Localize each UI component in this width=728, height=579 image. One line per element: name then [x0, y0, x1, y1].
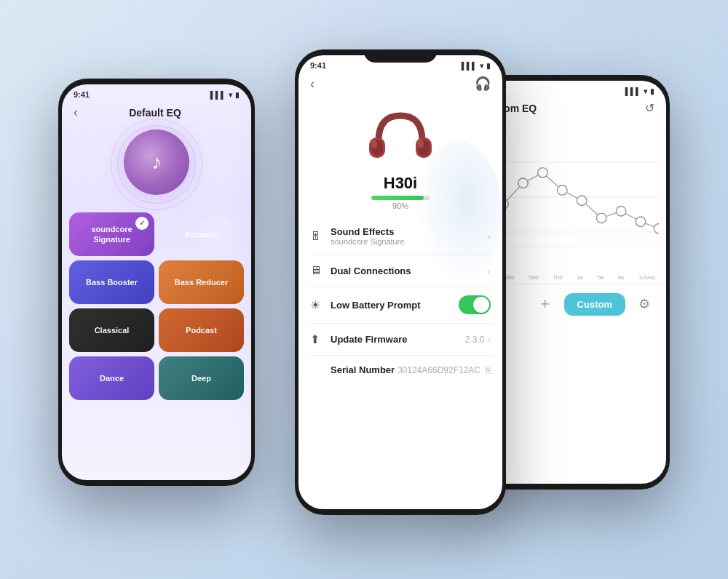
- copy-icon[interactable]: ⎘: [486, 365, 491, 375]
- center-battery-icon: ▮: [486, 62, 491, 70]
- firmware-title: Update Firmware: [331, 334, 465, 345]
- firmware-icon: ⬆: [310, 332, 331, 346]
- eq-label-podcast: Podcast: [186, 325, 217, 335]
- low-battery-title: Low Battery Prompt: [331, 300, 459, 311]
- headphones-nav-icon: 🎧: [475, 76, 491, 92]
- firmware-content: Update Firmware: [331, 334, 465, 345]
- svg-point-17: [616, 207, 625, 216]
- eq-label-soundcore: soundcoreSignature: [91, 224, 132, 245]
- settings-button[interactable]: ⚙: [631, 291, 657, 317]
- freq-12khz: 12kHz: [638, 274, 655, 281]
- right-battery-icon: ▮: [650, 87, 654, 95]
- eq-card-bass-reducer[interactable]: Bass Reducer: [159, 260, 244, 304]
- music-orb: ♪: [124, 129, 189, 195]
- menu-item-serial: Serial Number 30124A66D92F12AC ⎘: [307, 356, 494, 384]
- eq-card-dance[interactable]: Dance: [69, 356, 154, 400]
- left-phone: 9:41 ▌▌▌ ▾ ▮ ‹ Default EQ ♪: [58, 79, 255, 486]
- eq-card-bass-booster[interactable]: Bass Booster: [69, 260, 154, 304]
- phones-container: 9:41 ▌▌▌ ▾ ▮ ‹ Default EQ ♪: [36, 20, 692, 559]
- freq-700: 700: [553, 274, 562, 281]
- low-battery-icon: ☀: [310, 298, 331, 312]
- wifi-icon: ▾: [229, 91, 232, 99]
- low-battery-content: Low Battery Prompt: [331, 300, 459, 311]
- svg-point-15: [577, 196, 587, 205]
- svg-point-5: [371, 140, 377, 148]
- signal-icon: ▌▌▌: [210, 91, 226, 99]
- menu-item-firmware[interactable]: ⬆ Update Firmware 2.3.0 ›: [307, 324, 494, 356]
- battery-icon: ▮: [235, 91, 240, 99]
- menu-item-low-battery[interactable]: ☀ Low Battery Prompt: [307, 287, 494, 324]
- low-battery-toggle[interactable]: [459, 295, 491, 314]
- eq-grid: soundcoreSignature Acoustic Bass Booster…: [62, 208, 251, 404]
- right-status-icons: ▌▌▌ ▾ ▮: [625, 87, 654, 95]
- svg-point-18: [636, 217, 645, 226]
- center-back-button[interactable]: ‹: [310, 76, 314, 92]
- serial-title: Serial Number: [331, 364, 397, 375]
- sound-effects-icon: 🎚: [310, 230, 331, 243]
- music-note-icon: ♪: [151, 151, 162, 174]
- left-status-bar: 9:41 ▌▌▌ ▾ ▮: [62, 84, 251, 102]
- freq-300: 300: [505, 274, 514, 281]
- refresh-button[interactable]: ↺: [645, 101, 654, 115]
- firmware-chevron: ›: [487, 334, 491, 346]
- eq-label-bass-booster: Bass Booster: [86, 277, 138, 287]
- eq-label-bass-reducer: Bass Reducer: [175, 277, 228, 287]
- eq-card-podcast[interactable]: Podcast: [159, 308, 244, 352]
- left-screen: 9:41 ▌▌▌ ▾ ▮ ‹ Default EQ ♪: [62, 84, 251, 480]
- freq-1k: 1k: [577, 274, 583, 281]
- svg-point-4: [418, 140, 424, 148]
- eq-label-dance: Dance: [100, 373, 124, 383]
- center-wifi-icon: ▾: [480, 62, 483, 70]
- eq-card-classical[interactable]: Classical: [69, 308, 154, 352]
- svg-point-19: [654, 224, 659, 233]
- firmware-right: 2.3.0 ›: [465, 334, 491, 346]
- eq-label-classical: Classical: [95, 325, 130, 335]
- svg-point-14: [558, 185, 567, 195]
- eq-card-soundcore[interactable]: soundcoreSignature: [69, 212, 154, 256]
- battery-percent: 90%: [392, 201, 408, 210]
- freq-500: 500: [529, 274, 538, 281]
- center-status-icons: ▌▌▌ ▾ ▮: [462, 62, 491, 70]
- device-name: H30i: [384, 174, 417, 192]
- svg-point-12: [518, 178, 528, 188]
- freq-8k: 8k: [618, 274, 624, 281]
- add-button[interactable]: +: [532, 291, 558, 317]
- eq-card-acoustic[interactable]: Acoustic: [159, 212, 244, 256]
- center-header: ‹ 🎧: [298, 73, 502, 97]
- dual-connections-icon: 🖥: [310, 264, 331, 277]
- center-signal-icon: ▌▌▌: [462, 62, 477, 70]
- left-status-icons: ▌▌▌ ▾ ▮: [210, 91, 240, 99]
- low-battery-right: [459, 295, 491, 314]
- center-time: 9:41: [310, 61, 326, 70]
- left-title: Default EQ: [85, 107, 225, 119]
- toggle-knob: [473, 297, 489, 313]
- eq-label-acoustic: Acoustic: [184, 229, 218, 239]
- serial-right: 30124A66D92F12AC ⎘: [397, 365, 491, 375]
- firmware-version: 2.3.0: [465, 335, 485, 345]
- right-signal-icon: ▌▌▌: [625, 87, 641, 95]
- serial-content: Serial Number: [331, 364, 397, 375]
- right-wifi-icon: ▾: [644, 87, 647, 95]
- back-button[interactable]: ‹: [74, 105, 78, 120]
- headphone-image-area: [298, 97, 502, 174]
- freq-5k: 5k: [598, 274, 604, 281]
- custom-button[interactable]: Custom: [564, 293, 625, 316]
- eq-card-deep[interactable]: Deep: [159, 356, 244, 400]
- center-screen: 9:41 ▌▌▌ ▾ ▮ ‹ 🎧: [298, 55, 502, 509]
- eq-label-deep: Deep: [191, 373, 211, 383]
- svg-point-13: [538, 168, 547, 177]
- device-bg-blur: [415, 141, 502, 287]
- center-phone: 9:41 ▌▌▌ ▾ ▮ ‹ 🎧: [295, 49, 506, 515]
- svg-point-16: [596, 213, 606, 223]
- left-time: 9:41: [74, 90, 90, 99]
- serial-value: 30124A66D92F12AC: [397, 365, 480, 375]
